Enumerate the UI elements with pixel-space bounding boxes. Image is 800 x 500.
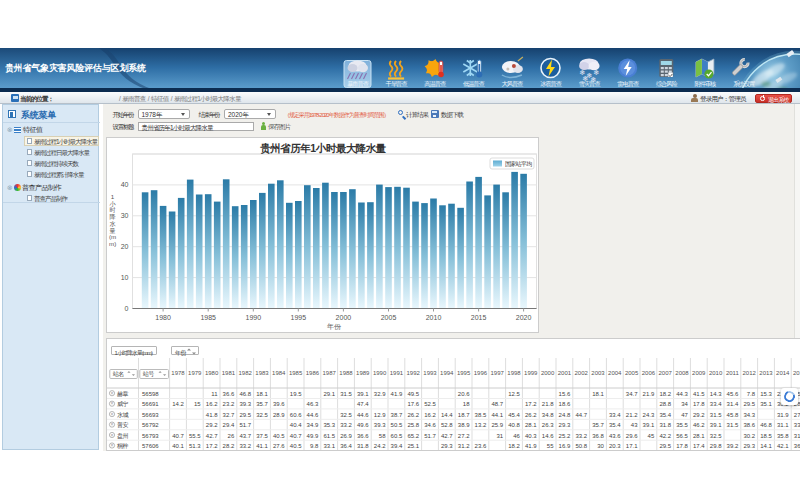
svg-text:2010: 2010: [426, 314, 442, 321]
svg-text:17.2: 17.2: [525, 401, 537, 407]
svg-text:39.1: 39.1: [357, 391, 369, 397]
svg-text:29.3: 29.3: [441, 443, 453, 449]
svg-text:15: 15: [194, 401, 201, 407]
svg-text:44.6: 44.6: [357, 412, 369, 418]
svg-text:57606: 57606: [142, 443, 159, 449]
svg-text:29.2: 29.2: [206, 422, 218, 428]
svg-text:32.9: 32.9: [374, 391, 386, 397]
svg-text:×: ×: [111, 421, 114, 427]
svg-text:1989: 1989: [356, 370, 370, 376]
svg-text:42.7: 42.7: [206, 433, 218, 439]
svg-text:×: ×: [111, 400, 114, 406]
svg-text:34.6: 34.6: [424, 422, 436, 428]
svg-text:56691: 56691: [142, 401, 159, 407]
svg-text:14.4: 14.4: [441, 412, 453, 418]
svg-text:36.6: 36.6: [223, 391, 235, 397]
svg-text:×: ×: [111, 442, 114, 448]
svg-text:2010: 2010: [709, 370, 723, 376]
svg-text:38.7: 38.7: [391, 412, 403, 418]
svg-text:2007: 2007: [659, 370, 673, 376]
svg-text:33.5: 33.5: [794, 422, 800, 428]
svg-text:42.2: 42.2: [659, 433, 671, 439]
svg-text:桐梓: 桐梓: [116, 443, 129, 450]
svg-text:35.7: 35.7: [256, 401, 268, 407]
svg-text:34.8: 34.8: [542, 412, 554, 418]
svg-text:2003: 2003: [591, 370, 605, 376]
svg-text:2000: 2000: [541, 370, 555, 376]
svg-text:52.5: 52.5: [424, 401, 436, 407]
svg-text:低温普查: 低温普查: [463, 80, 486, 88]
svg-text:25.8: 25.8: [407, 422, 419, 428]
svg-text:16.2: 16.2: [206, 401, 218, 407]
svg-text:39.1: 39.1: [643, 422, 655, 428]
svg-text:51.7: 51.7: [424, 433, 436, 439]
svg-text:32.5: 32.5: [256, 412, 268, 418]
svg-text:2009: 2009: [692, 370, 706, 376]
svg-text:2013: 2013: [759, 370, 773, 376]
svg-text:42.7: 42.7: [441, 433, 453, 439]
svg-text:1986: 1986: [306, 370, 320, 376]
svg-text:31: 31: [496, 433, 503, 439]
svg-text:39.3: 39.3: [374, 422, 386, 428]
svg-text:29.6: 29.6: [626, 433, 638, 439]
svg-text:1983: 1983: [255, 370, 269, 376]
svg-text:43: 43: [631, 422, 638, 428]
svg-text:41.9: 41.9: [525, 443, 537, 449]
svg-text:39.1: 39.1: [710, 422, 722, 428]
svg-text:51.3: 51.3: [189, 443, 201, 449]
svg-text:29.2: 29.2: [693, 412, 705, 418]
svg-text:41.8: 41.8: [206, 412, 218, 418]
svg-text:41.1: 41.1: [256, 443, 268, 449]
svg-text:34.7: 34.7: [626, 391, 638, 397]
svg-text:26.2: 26.2: [525, 412, 537, 418]
svg-text:1980: 1980: [205, 370, 219, 376]
svg-text:站名: 站名: [113, 371, 124, 378]
svg-text:附件审核: 附件审核: [695, 80, 717, 88]
svg-text:32.5: 32.5: [340, 412, 352, 418]
svg-text:9.8: 9.8: [310, 443, 319, 449]
svg-text:2012: 2012: [743, 370, 757, 376]
svg-text:33.4: 33.4: [710, 401, 722, 407]
svg-text:37.5: 37.5: [256, 433, 268, 439]
svg-text:站号: 站号: [143, 371, 155, 378]
svg-text:18.7: 18.7: [458, 412, 470, 418]
svg-text:26.2: 26.2: [407, 412, 419, 418]
svg-text:2004: 2004: [608, 370, 622, 376]
svg-text:44.7: 44.7: [575, 412, 587, 418]
svg-text:1995: 1995: [457, 370, 471, 376]
svg-text:40.4: 40.4: [290, 422, 302, 428]
svg-text:7.8: 7.8: [747, 391, 756, 397]
svg-text:2001: 2001: [558, 370, 572, 376]
svg-text:25.1: 25.1: [407, 443, 419, 449]
svg-text:32.5: 32.5: [710, 433, 722, 439]
svg-text:高温普查: 高温普查: [424, 80, 447, 88]
svg-text:31.8: 31.8: [659, 422, 671, 428]
svg-text:12.5: 12.5: [508, 391, 520, 397]
svg-text:41.5: 41.5: [693, 391, 705, 397]
svg-text:50.8: 50.8: [575, 443, 587, 449]
svg-text:20.3: 20.3: [609, 443, 621, 449]
svg-text:雪灾普查: 雪灾普查: [579, 80, 602, 88]
svg-text:11: 11: [211, 391, 218, 397]
svg-text:33.4: 33.4: [609, 412, 621, 418]
svg-text:2014: 2014: [776, 370, 790, 376]
svg-text:34: 34: [681, 401, 688, 407]
svg-text:29.5: 29.5: [239, 412, 251, 418]
svg-text:65.2: 65.2: [407, 433, 419, 439]
svg-text:1990: 1990: [373, 370, 387, 376]
svg-text:2008: 2008: [675, 370, 689, 376]
svg-text:46.8: 46.8: [239, 391, 251, 397]
svg-text:普安: 普安: [117, 421, 129, 429]
svg-text:2005: 2005: [625, 370, 639, 376]
svg-text:1993: 1993: [423, 370, 437, 376]
svg-text:干旱普查: 干旱普查: [385, 80, 409, 88]
svg-text:39.2: 39.2: [727, 443, 739, 449]
svg-text:1982: 1982: [239, 370, 253, 376]
svg-text:21.8: 21.8: [542, 401, 554, 407]
svg-text:16.2: 16.2: [424, 412, 436, 418]
svg-text:39.3: 39.3: [239, 401, 251, 407]
svg-text:17.2: 17.2: [206, 443, 218, 449]
svg-text:1997: 1997: [491, 370, 505, 376]
svg-text:29.5: 29.5: [743, 401, 755, 407]
svg-text:1992: 1992: [407, 370, 421, 376]
